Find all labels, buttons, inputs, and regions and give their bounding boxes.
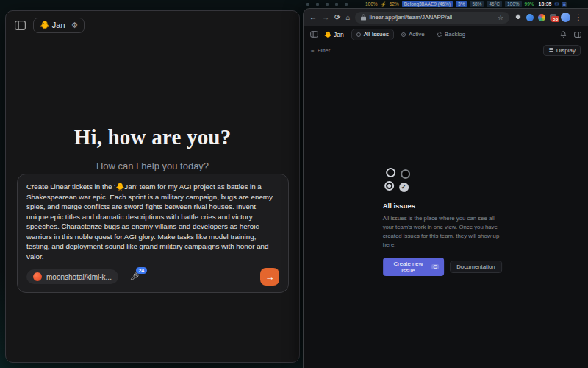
display-icon: ☰	[548, 47, 553, 53]
tab-backlog[interactable]: Backlog	[432, 29, 470, 40]
extension-icon[interactable]	[526, 14, 534, 21]
create-new-issue-button[interactable]: Create new issue C	[383, 258, 445, 276]
assistant-selector[interactable]: 🐥 Jan ⚙	[33, 18, 85, 33]
mail-icon[interactable]: ✉	[555, 1, 559, 7]
extension-icon[interactable]	[538, 14, 545, 21]
memory-indicator: 58%	[470, 1, 484, 7]
todo-circle-icon	[386, 168, 395, 177]
browser-extension-icons: 53 ⋮	[514, 13, 582, 22]
wifi-indicator: Belong38AAE9 (46%)	[402, 1, 453, 7]
screen-icon[interactable]: ▣	[562, 1, 567, 7]
chat-titlebar: 🐥 Jan ⚙	[6, 11, 299, 40]
empty-state-actions: Create new issue C Documentation	[383, 258, 502, 276]
gear-icon[interactable]: ⚙	[71, 21, 79, 30]
back-button[interactable]: ←	[309, 14, 317, 21]
system-status-bar: 100% ⚡ 62% Belong38AAE9 (46%) 3% 58% 46°…	[303, 0, 588, 8]
filter-button[interactable]: ≡ Filter	[311, 47, 330, 54]
volume-indicator: 100%	[365, 1, 378, 7]
filter-label: Filter	[318, 47, 331, 54]
empty-state-description: All issues is the place where you can se…	[383, 214, 502, 250]
wrench-icon	[130, 272, 139, 281]
statusbar-workspace-icons	[306, 3, 362, 6]
tab-label: Active	[409, 31, 425, 38]
linear-filter-bar: ≡ Filter ☰ Display	[304, 43, 588, 57]
create-issue-label: Create new issue	[388, 261, 429, 274]
disk-indicator: 100%	[505, 1, 522, 7]
extension-count-badge: 53	[551, 16, 559, 22]
battery-indicator: 62%	[390, 1, 399, 7]
tools-button[interactable]: 24	[130, 272, 139, 281]
in-progress-circle-icon	[384, 181, 394, 191]
send-button[interactable]: →	[260, 268, 279, 286]
greeting-subtitle: How can I help you today?	[6, 160, 299, 171]
forward-button[interactable]: →	[322, 14, 329, 21]
extensions-puzzle-icon[interactable]	[514, 14, 522, 21]
greeting-block: Hi, how are you? How can I help you toda…	[6, 125, 299, 171]
bookmark-star-icon[interactable]: ☆	[498, 14, 503, 21]
workspace-icon[interactable]	[306, 3, 309, 6]
team-name: 🐥 Jan	[324, 31, 344, 38]
home-button[interactable]: ⌂	[345, 14, 350, 21]
model-name: moonshotai/kimi-k...	[46, 273, 112, 281]
all-issues-icon	[356, 32, 361, 37]
temperature-indicator: 46°C	[487, 1, 502, 7]
display-button[interactable]: ☰ Display	[543, 45, 581, 56]
filled-circle-icon	[401, 169, 410, 179]
send-arrow-icon: →	[265, 272, 275, 283]
extension-with-badge[interactable]: 53	[550, 14, 556, 21]
sidebar-toggle-icon[interactable]	[15, 21, 26, 30]
model-selector[interactable]: moonshotai/kimi-k...	[26, 269, 118, 284]
right-panel-icon[interactable]	[574, 31, 581, 38]
linear-sidebar-toggle-icon[interactable]	[310, 30, 318, 38]
browser-menu-icon[interactable]: ⋮	[575, 13, 582, 21]
filter-icon: ≡	[311, 47, 315, 54]
reload-button[interactable]: ⟳	[334, 14, 340, 21]
clock: 18:35	[539, 1, 552, 7]
done-check-icon: ✓	[399, 183, 409, 192]
tab-active[interactable]: Active	[396, 29, 430, 40]
documentation-button[interactable]: Documentation	[450, 261, 501, 273]
composer-toolbar: moonshotai/kimi-k... 24 →	[26, 268, 279, 286]
backlog-icon	[437, 32, 442, 37]
linear-view-tabs: All Issues Active Backlog	[351, 29, 471, 40]
profile-avatar[interactable]	[561, 13, 570, 22]
tab-all-issues[interactable]: All Issues	[351, 29, 394, 40]
greeting-title: Hi, how are you?	[6, 125, 299, 149]
active-icon	[401, 32, 406, 37]
tools-count-badge: 24	[136, 267, 147, 274]
workspace-icon[interactable]	[335, 3, 338, 6]
shortcut-key: C	[431, 264, 439, 269]
address-bar[interactable]: linear.app/jani/team/JANAPP/all ☆	[355, 12, 509, 24]
tab-label: All Issues	[364, 31, 389, 38]
browser-toolbar: ← → ⟳ ⌂ linear.app/jani/team/JANAPP/all …	[304, 9, 588, 26]
lock-icon	[361, 14, 366, 21]
desktop: 🐥 Jan ⚙ Hi, how are you? How can I help …	[0, 0, 588, 368]
linear-header: 🐥 Jan All Issues Active Backlog	[304, 26, 588, 43]
display-label: Display	[556, 47, 576, 54]
message-composer[interactable]: Create Linear tickets in the '🐥Jan' team…	[17, 174, 289, 293]
health-indicator: 99%	[525, 1, 534, 7]
workspace-icon[interactable]	[316, 3, 319, 6]
empty-state-title: All issues	[383, 202, 502, 210]
linear-header-actions	[560, 31, 581, 38]
url-text: linear.app/jani/team/JANAPP/all	[369, 14, 452, 21]
browser-window: ← → ⟳ ⌂ linear.app/jani/team/JANAPP/all …	[303, 8, 588, 368]
workspace-icon[interactable]	[345, 3, 348, 6]
linear-team-label[interactable]: 🐥 Jan	[324, 31, 344, 38]
tab-label: Backlog	[445, 31, 465, 38]
empty-state: ✓ All issues All issues is the place whe…	[383, 168, 502, 276]
cpu-indicator: 3%	[456, 1, 467, 7]
assistant-label: 🐥 Jan	[40, 21, 65, 30]
linear-app: 🐥 Jan All Issues Active Backlog	[304, 26, 588, 368]
moonshot-logo-icon	[33, 272, 42, 281]
bell-icon[interactable]	[560, 31, 567, 38]
jan-chat-window: 🐥 Jan ⚙ Hi, how are you? How can I help …	[5, 10, 300, 363]
composer-input[interactable]: Create Linear tickets in the '🐥Jan' team…	[26, 182, 279, 261]
workspace-icon[interactable]	[326, 3, 329, 6]
check-glyph: ✓	[401, 184, 406, 191]
issue-status-illustration: ✓	[384, 168, 415, 193]
battery-bolt-icon: ⚡	[381, 1, 387, 7]
